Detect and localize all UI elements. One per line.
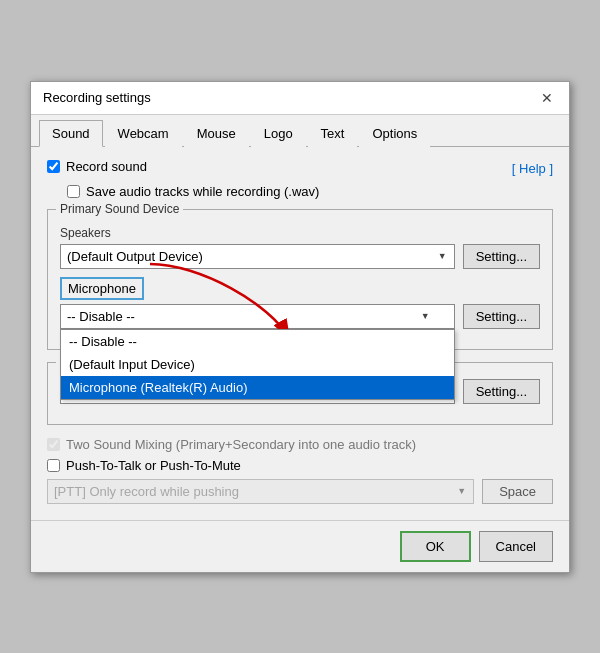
tab-bar: Sound Webcam Mouse Logo Text Options (31, 115, 569, 147)
tab-webcam[interactable]: Webcam (105, 120, 182, 147)
speakers-dropdown[interactable]: (Default Output Device) (60, 244, 455, 269)
microphone-label: Microphone (60, 277, 144, 300)
close-button[interactable]: ✕ (537, 90, 557, 106)
speakers-row: (Default Output Device) Setting... (60, 244, 540, 269)
ptt-dropdown[interactable]: [PTT] Only record while pushing (47, 479, 474, 504)
secondary-setting-button[interactable]: Setting... (463, 379, 540, 404)
ptt-controls-row: [PTT] Only record while pushing Space (47, 479, 553, 504)
record-sound-checkbox-row: Record sound (47, 159, 147, 174)
primary-sound-label: Primary Sound Device (56, 202, 183, 216)
recording-settings-dialog: Recording settings ✕ Sound Webcam Mouse … (30, 81, 570, 573)
mic-option-realtek[interactable]: Microphone (Realtek(R) Audio) (61, 376, 454, 399)
speakers-label: Speakers (60, 226, 540, 240)
speakers-setting-button[interactable]: Setting... (463, 244, 540, 269)
save-wav-row: Save audio tracks while recording (.wav) (67, 184, 553, 199)
microphone-section: Microphone -- Disable -- -- Disable -- (… (60, 277, 540, 329)
microphone-dropdown-popup: -- Disable -- (Default Input Device) Mic… (60, 329, 455, 400)
save-wav-checkbox[interactable] (67, 185, 80, 198)
microphone-dropdown-container: -- Disable -- -- Disable -- (Default Inp… (60, 304, 455, 329)
microphone-selected-value: -- Disable -- (67, 309, 135, 324)
microphone-row: -- Disable -- -- Disable -- (Default Inp… (60, 304, 540, 329)
bottom-bar: OK Cancel (31, 520, 569, 572)
ptt-key-display: Space (482, 479, 553, 504)
tab-sound[interactable]: Sound (39, 120, 103, 147)
ptt-dropdown-wrapper: [PTT] Only record while pushing (47, 479, 474, 504)
record-sound-row: Record sound [ Help ] (47, 159, 553, 178)
push-to-talk-row: Push-To-Talk or Push-To-Mute (47, 458, 553, 473)
mic-option-default-input[interactable]: (Default Input Device) (61, 353, 454, 376)
push-to-talk-checkbox[interactable] (47, 459, 60, 472)
two-sound-mixing-checkbox[interactable] (47, 438, 60, 451)
mic-option-disable[interactable]: -- Disable -- (61, 330, 454, 353)
tab-options[interactable]: Options (359, 120, 430, 147)
two-sound-mixing-label: Two Sound Mixing (Primary+Secondary into… (66, 437, 416, 452)
dialog-title: Recording settings (43, 90, 151, 105)
titlebar: Recording settings ✕ (31, 82, 569, 115)
speakers-dropdown-wrapper: (Default Output Device) (60, 244, 455, 269)
microphone-setting-button[interactable]: Setting... (463, 304, 540, 329)
save-wav-label: Save audio tracks while recording (.wav) (86, 184, 319, 199)
tab-text[interactable]: Text (308, 120, 358, 147)
ok-button[interactable]: OK (400, 531, 471, 562)
tab-mouse[interactable]: Mouse (184, 120, 249, 147)
two-sound-mixing-row: Two Sound Mixing (Primary+Secondary into… (47, 437, 553, 452)
push-to-talk-label: Push-To-Talk or Push-To-Mute (66, 458, 241, 473)
cancel-button[interactable]: Cancel (479, 531, 553, 562)
microphone-dropdown-field[interactable]: -- Disable -- (60, 304, 455, 329)
primary-sound-section: Primary Sound Device Speakers (Default O… (47, 209, 553, 350)
record-sound-checkbox[interactable] (47, 160, 60, 173)
help-link[interactable]: [ Help ] (512, 161, 553, 176)
tab-content: Record sound [ Help ] Save audio tracks … (31, 147, 569, 520)
tab-logo[interactable]: Logo (251, 120, 306, 147)
record-sound-label: Record sound (66, 159, 147, 174)
